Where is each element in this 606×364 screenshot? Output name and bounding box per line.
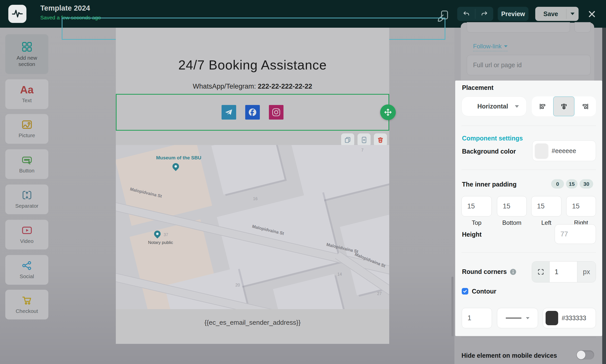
sidebar-item-label: Video [20, 238, 33, 244]
partial-button[interactable] [575, 22, 591, 32]
padding-top-input[interactable]: 15 [461, 196, 492, 216]
app-logo[interactable] [8, 5, 26, 23]
contour-width-input[interactable]: 1 [462, 308, 492, 328]
map-building [273, 274, 344, 309]
duplicate-icon [344, 136, 351, 144]
contour-style-select[interactable] [497, 308, 538, 328]
preview-button[interactable]: Preview [498, 7, 528, 21]
padding-right-input[interactable]: 15 [566, 196, 596, 216]
sidebar-item-checkout[interactable]: Checkout [5, 290, 48, 319]
preview-label: Preview [501, 10, 525, 18]
facebook-icon[interactable] [245, 105, 260, 120]
template-title: Template 2024 [40, 4, 90, 12]
email-footer[interactable]: {{ec_es_email_sender_address}} [116, 309, 389, 344]
map-image[interactable]: Malopidvaina St Malopidvaina St Malopidv… [116, 145, 389, 309]
hide-mobile-toggle[interactable] [577, 350, 594, 359]
divider [461, 337, 596, 337]
email-canvas[interactable]: 24/7 Booking Assistance WhatsApp/Telegra… [116, 28, 389, 344]
padding-preset-0[interactable]: 0 [551, 179, 564, 189]
url-placeholder: Full url or page id [473, 61, 522, 69]
contour-color-value: #333333 [562, 314, 586, 322]
padding-left-input[interactable]: 15 [531, 196, 561, 216]
align-right-button[interactable] [575, 96, 596, 116]
url-input[interactable]: Full url or page id [467, 55, 591, 75]
map-number: 37 [164, 233, 168, 237]
background-color-input[interactable]: #eeeeee [532, 140, 596, 161]
map-number: 7 [361, 148, 364, 153]
notary-label: Notary public [148, 240, 173, 245]
instagram-icon[interactable] [269, 105, 283, 120]
picture-icon [21, 119, 33, 130]
email-heading[interactable]: 24/7 Booking Assistance [116, 57, 389, 72]
contour-label: Contour [472, 288, 496, 295]
redo-button[interactable] [475, 10, 493, 18]
museum-label: Museum of the SBU [156, 155, 201, 161]
follow-link-dropdown[interactable]: Follow-link [473, 43, 508, 51]
round-corners-unit: px [577, 262, 596, 282]
sidebar-item-social[interactable]: Social [5, 255, 48, 285]
telegram-icon[interactable] [222, 105, 236, 120]
undo-redo-group [457, 7, 493, 21]
height-input[interactable]: 77 [555, 224, 596, 244]
add-section-grid-icon [21, 41, 33, 53]
divider [461, 252, 596, 252]
text-aa-icon: Aa [20, 85, 34, 95]
undo-button[interactable] [457, 10, 475, 18]
align-left-button[interactable] [532, 96, 553, 116]
placement-mode-select[interactable]: Horizontal [461, 96, 527, 116]
close-button[interactable] [588, 10, 596, 19]
background-color-value: #eeeeee [552, 147, 576, 155]
email-subheading[interactable]: WhatsApp/Telegram: 222-22-222-22-22 [116, 83, 389, 90]
save-button[interactable]: Save [535, 10, 566, 18]
height-placeholder: 77 [560, 230, 568, 238]
chevron-down-icon [515, 105, 519, 108]
sidebar-item-add-new-section[interactable]: Add new section [5, 34, 48, 74]
padding-bottom-caption: Bottom [497, 219, 527, 226]
round-corners-input[interactable]: 1 [549, 262, 577, 282]
component-settings-link[interactable]: Component settings [462, 135, 523, 142]
active-settings-card: Placement Horizontal [455, 81, 602, 336]
color-swatch[interactable] [546, 311, 558, 325]
contour-color-input[interactable]: #333333 [543, 308, 596, 328]
subtitle-number: 222-22-222-22-22 [258, 83, 312, 90]
padding-bottom-input[interactable]: 15 [497, 196, 527, 216]
email-template-editor: Template 2024 Saved a few seconds ago [0, 0, 606, 364]
sidebar-item-label: Button [19, 167, 34, 174]
move-icon [384, 108, 392, 117]
sidebar-item-video[interactable]: Video [5, 220, 48, 249]
redo-icon [481, 10, 488, 18]
contour-checkbox[interactable] [462, 288, 468, 295]
video-icon [21, 225, 33, 236]
sidebar-item-separator[interactable]: Separator [5, 185, 48, 214]
save-block-button[interactable] [358, 133, 371, 147]
partial-input[interactable] [467, 22, 570, 32]
round-corners-row: Round corners [462, 268, 516, 275]
align-center-button[interactable] [553, 96, 575, 116]
inner-padding-label: The inner padding [462, 181, 517, 188]
padding-preset-15[interactable]: 15 [566, 179, 578, 189]
sidebar-item-button[interactable]: Button [5, 149, 48, 179]
save-dropdown-button[interactable] [566, 13, 579, 15]
info-icon[interactable] [510, 269, 516, 275]
close-icon [588, 10, 596, 18]
toggle-knob [577, 351, 585, 359]
padding-preset-30[interactable]: 30 [580, 179, 593, 189]
sidebar-item-label: Text [22, 97, 32, 103]
sidebar-item-picture[interactable]: Picture [5, 114, 48, 144]
sidebar-item-text[interactable]: Aa Text [5, 79, 48, 109]
hide-mobile-label: Hide element on mobile devices [461, 352, 557, 359]
canvas-scrollbar[interactable] [451, 277, 453, 336]
page-edge [602, 28, 606, 364]
map-number: 27 [377, 292, 382, 296]
selected-social-block[interactable] [116, 94, 389, 131]
move-handle[interactable] [380, 104, 396, 120]
corners-mode-button[interactable] [532, 262, 549, 282]
settings-panel: Follow-link Full url or page id Placemen… [454, 28, 602, 364]
duplicate-block-button[interactable] [341, 133, 354, 147]
share-nodes-icon [21, 260, 33, 271]
delete-block-button[interactable] [374, 133, 387, 147]
color-swatch[interactable] [535, 143, 548, 158]
placement-label: Placement [462, 84, 493, 91]
cart-icon [21, 295, 33, 306]
trash-icon [377, 136, 384, 144]
